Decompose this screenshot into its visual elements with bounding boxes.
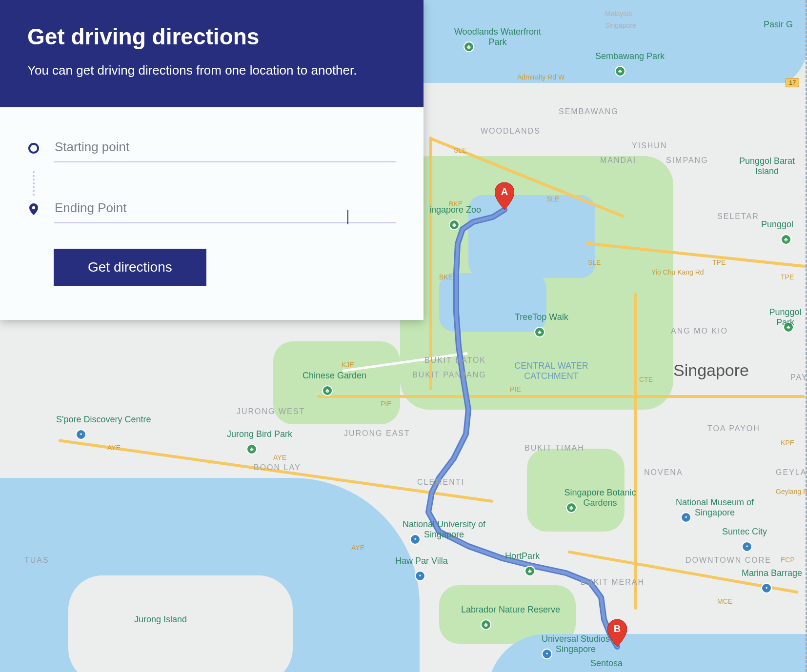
poi-dot-icon[interactable]: ♣	[615, 66, 625, 77]
road-label: TPE	[712, 258, 726, 266]
area-label: SIMPANG	[666, 156, 708, 165]
poi-dot-icon[interactable]: ♣	[481, 619, 491, 630]
poi-dot-icon[interactable]: •	[761, 583, 772, 593]
marker-a[interactable]: A	[495, 182, 514, 210]
road-label: AYE	[273, 454, 286, 461]
poi-label: Marina Barrage	[742, 568, 802, 578]
road-label: MCE	[717, 597, 732, 605]
end-input[interactable]	[54, 196, 396, 223]
poi-label: National Museum of Singapore	[661, 497, 768, 518]
area-label: BOON LAY	[254, 463, 301, 472]
area-label: SEMBAWANG	[559, 107, 619, 116]
area-label: DOWNTOWN CORE	[686, 556, 771, 565]
poi-label: Punggol	[761, 219, 793, 230]
poi-dot-icon[interactable]: ♣	[322, 385, 333, 396]
road-label: Admiralty Rd W	[517, 73, 565, 81]
area-label: GEYLANG	[776, 468, 807, 477]
road-label: TPE	[781, 273, 794, 281]
poi-label: Punggol Barat Island	[727, 156, 807, 177]
area-label: WOODLANDS	[481, 127, 541, 136]
road-label: CTE	[639, 376, 653, 383]
area-label: YISHUN	[632, 141, 667, 150]
start-row	[27, 135, 396, 162]
water-reservoir-1	[468, 195, 595, 278]
end-row	[27, 196, 396, 223]
country-top: Malaysia	[605, 10, 632, 18]
poi-dot-icon[interactable]: •	[76, 429, 86, 440]
directions-panel: Get driving directions You can get drivi…	[0, 0, 424, 320]
marker-b-label: B	[607, 623, 627, 634]
marker-a-label: A	[495, 186, 514, 198]
poi-dot-icon[interactable]: ♣	[534, 327, 545, 337]
poi-dot-icon[interactable]: •	[415, 571, 425, 581]
poi-label: Sentosa	[590, 658, 623, 669]
poi-label: Jurong Island	[134, 614, 187, 625]
area-label: MANDAI	[600, 156, 636, 165]
poi-label: Woodlands Waterfront Park	[444, 27, 551, 47]
area-label: PAYA	[790, 373, 807, 382]
area-label: BUKIT MERAH	[581, 578, 645, 587]
country-bottom: Singapore	[605, 21, 636, 29]
get-directions-button[interactable]: Get directions	[54, 249, 206, 286]
area-label: SELETAR	[717, 212, 759, 221]
poi-label: Punggol Park	[764, 307, 807, 328]
road-label: Geylang Rd	[776, 488, 807, 495]
road-bke	[429, 137, 432, 390]
poi-dot-icon[interactable]: ♣	[525, 566, 535, 576]
poi-label: ingapore Zoo	[429, 205, 481, 215]
area-label: NOVENA	[644, 468, 683, 477]
poi-dot-icon[interactable]: ♣	[781, 234, 791, 245]
road-label: KPE	[781, 439, 794, 447]
end-pin-icon	[27, 203, 40, 216]
area-label: ANG MO KIO	[671, 327, 728, 336]
area-label: TOA PAYOH	[707, 424, 760, 433]
text-caret	[347, 210, 348, 224]
road-label: ECP	[781, 556, 795, 564]
poi-label: Pasir G	[764, 20, 793, 30]
poi-label: National University of Singapore	[390, 519, 498, 540]
road-label: AYE	[107, 444, 121, 452]
road-label: PIE	[510, 385, 521, 393]
poi-dot-icon[interactable]: •	[742, 541, 752, 552]
road-label: BKE	[439, 273, 453, 281]
area-label: JURONG WEST	[237, 407, 305, 416]
area-label: CLEMENTI	[417, 478, 464, 487]
area-label: TUAS	[24, 556, 49, 565]
road-label: SLE	[588, 258, 601, 266]
panel-body: Get directions	[0, 107, 424, 320]
poi-label: Sembawang Park	[595, 51, 665, 61]
road-label: AYE	[351, 544, 364, 552]
road-label: SLE	[454, 146, 466, 154]
poi-label: Labrador Nature Reserve	[461, 605, 560, 615]
area-label: BUKIT PANJANG	[412, 371, 486, 379]
area-label: BUKIT TIMAH	[525, 444, 585, 453]
water-reservoir-2	[439, 273, 546, 332]
poi-label: Singapore Botanic Gardens	[546, 488, 654, 508]
poi-dot-icon[interactable]: ♣	[246, 444, 257, 455]
panel-subtitle: You can get driving directions from one …	[27, 61, 396, 80]
poi-label: HortPark	[505, 551, 540, 561]
poi-label: CENTRAL WATER CATCHMENT	[498, 361, 605, 381]
poi-label: S'pore Discovery Centre	[56, 415, 151, 425]
panel-title: Get driving directions	[27, 23, 396, 50]
poi-dot-icon[interactable]: ♣	[449, 219, 460, 230]
road-label: PIE	[381, 400, 392, 408]
city-label: Singapore	[673, 361, 749, 380]
poi-label: Chinese Garden	[303, 371, 366, 381]
poi-label: TreeTop Walk	[515, 312, 568, 322]
panel-header: Get driving directions You can get drivi…	[0, 0, 424, 107]
poi-label: Haw Par Villa	[395, 556, 448, 566]
road-pie	[317, 395, 805, 398]
start-circle-icon	[27, 142, 40, 155]
area-label: JURONG EAST	[344, 429, 410, 438]
start-input[interactable]	[54, 135, 396, 162]
road-label: Yio Chu Kang Rd	[651, 268, 704, 276]
area-label: BUKIT BATOK	[424, 356, 486, 365]
poi-label: Suntec City	[722, 527, 767, 537]
svg-point-2	[29, 144, 38, 153]
poi-label: Universal Studios Singapore	[522, 634, 629, 654]
road-label: SLE	[546, 195, 559, 203]
svg-point-3	[32, 206, 35, 209]
poi-label: Jurong Bird Park	[227, 429, 292, 439]
exit-badge: 17	[786, 78, 799, 87]
